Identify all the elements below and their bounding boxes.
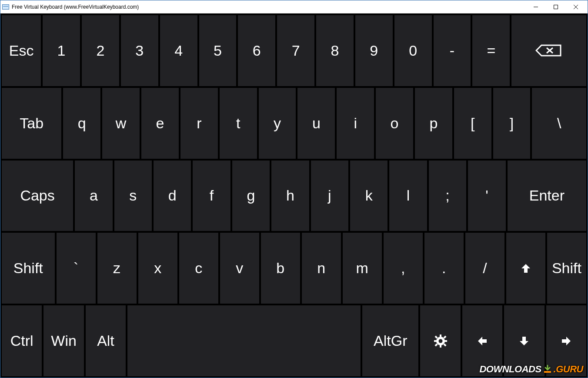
- arrow-up-icon: [520, 262, 532, 274]
- key-5[interactable]: 5: [199, 15, 237, 86]
- key-v[interactable]: v: [220, 233, 259, 304]
- key-j[interactable]: j: [311, 161, 348, 231]
- key-space[interactable]: [127, 305, 361, 376]
- key-k[interactable]: k: [350, 161, 388, 231]
- key-backspace[interactable]: [511, 15, 586, 86]
- key-label: 5: [214, 42, 222, 59]
- key-f[interactable]: f: [193, 161, 230, 231]
- key-w[interactable]: w: [102, 88, 140, 159]
- key-period[interactable]: .: [424, 233, 464, 304]
- titlebar[interactable]: Free Virtual Keyboard (www.FreeVirtualKe…: [0, 0, 588, 13]
- key-shift-left[interactable]: Shift: [2, 233, 55, 304]
- key-p[interactable]: p: [415, 88, 452, 159]
- key-a[interactable]: a: [75, 161, 112, 231]
- key-win[interactable]: Win: [43, 305, 84, 376]
- key-comma[interactable]: ,: [384, 233, 423, 304]
- window-title: Free Virtual Keyboard (www.FreeVirtualKe…: [12, 4, 139, 10]
- key-3[interactable]: 3: [121, 15, 158, 86]
- svg-rect-8: [440, 345, 441, 348]
- key-r[interactable]: r: [180, 88, 218, 159]
- key-label: j: [328, 187, 331, 204]
- key-enter[interactable]: Enter: [508, 161, 586, 231]
- key-label: 0: [409, 42, 417, 59]
- key-label: ,: [401, 260, 405, 277]
- key-backtick[interactable]: `: [57, 233, 96, 304]
- key-l[interactable]: l: [389, 161, 427, 231]
- key-x[interactable]: x: [138, 233, 177, 304]
- key-alt[interactable]: Alt: [86, 305, 126, 376]
- keyboard-row: Esc1234567890-=: [2, 15, 586, 86]
- key-y[interactable]: y: [259, 88, 296, 159]
- key-label: \: [557, 115, 561, 132]
- svg-rect-1: [554, 5, 558, 9]
- minimize-button[interactable]: [526, 0, 546, 13]
- key-0[interactable]: 0: [394, 15, 432, 86]
- key-2[interactable]: 2: [82, 15, 119, 86]
- key-shift-right[interactable]: Shift: [547, 233, 586, 304]
- key-label: Tab: [20, 115, 43, 132]
- arrow-right-icon: [560, 335, 572, 347]
- key-c[interactable]: c: [179, 233, 218, 304]
- key-label: c: [195, 260, 202, 277]
- key-semicolon[interactable]: ;: [429, 161, 466, 231]
- key-rbracket[interactable]: ]: [493, 88, 531, 159]
- key-label: y: [274, 115, 281, 132]
- key-6[interactable]: 6: [238, 15, 275, 86]
- key-label: Enter: [529, 187, 565, 204]
- key-tab[interactable]: Tab: [2, 88, 61, 159]
- keyboard-row: Capsasdfghjkl;'Enter: [2, 161, 586, 231]
- key-label: x: [154, 260, 161, 277]
- key-slash[interactable]: /: [465, 233, 504, 304]
- watermark-left: DOWNLOADS: [479, 364, 541, 375]
- key-label: r: [197, 115, 201, 132]
- key-s[interactable]: s: [114, 161, 152, 231]
- key-i[interactable]: i: [337, 88, 374, 159]
- key-g[interactable]: g: [232, 161, 270, 231]
- key-arrow-up[interactable]: [506, 233, 545, 304]
- key-esc[interactable]: Esc: [2, 15, 41, 86]
- key-4[interactable]: 4: [160, 15, 197, 86]
- key-caps[interactable]: Caps: [2, 161, 73, 231]
- key-label: o: [391, 115, 399, 132]
- backspace-icon: [535, 43, 562, 57]
- key-b[interactable]: b: [261, 233, 300, 304]
- key-n[interactable]: n: [302, 233, 341, 304]
- key-label: p: [429, 115, 438, 132]
- key-9[interactable]: 9: [355, 15, 393, 86]
- close-button[interactable]: [566, 0, 586, 13]
- key-label: /: [483, 260, 487, 277]
- watermark-right: .GURU: [554, 364, 583, 375]
- app-icon: [2, 4, 9, 10]
- key-q[interactable]: q: [63, 88, 100, 159]
- key-7[interactable]: 7: [277, 15, 314, 86]
- key-h[interactable]: h: [271, 161, 309, 231]
- key-label: w: [116, 115, 127, 132]
- key-label: 1: [57, 42, 66, 59]
- gear-icon: [434, 334, 448, 348]
- key-8[interactable]: 8: [316, 15, 354, 86]
- key-label: s: [129, 187, 137, 204]
- key-o[interactable]: o: [376, 88, 413, 159]
- key-z[interactable]: z: [97, 233, 137, 304]
- key-d[interactable]: d: [154, 161, 191, 231]
- key-e[interactable]: e: [141, 88, 179, 159]
- key-settings[interactable]: [420, 305, 460, 376]
- key-1[interactable]: 1: [43, 15, 80, 86]
- key-label: 4: [174, 42, 183, 59]
- key-apostrophe[interactable]: ': [468, 161, 505, 231]
- key-equal[interactable]: =: [472, 15, 510, 86]
- maximize-button[interactable]: [546, 0, 566, 13]
- key-backslash[interactable]: \: [532, 88, 586, 159]
- key-label: b: [276, 260, 284, 277]
- key-label: .: [442, 260, 446, 277]
- key-lbracket[interactable]: [: [454, 88, 491, 159]
- key-t[interactable]: t: [220, 88, 257, 159]
- key-label: q: [78, 115, 86, 132]
- key-u[interactable]: u: [297, 88, 335, 159]
- svg-rect-9: [434, 340, 437, 342]
- key-ctrl[interactable]: Ctrl: [2, 305, 42, 376]
- key-label: Esc: [9, 42, 34, 59]
- key-altgr[interactable]: AltGr: [362, 305, 418, 376]
- key-minus[interactable]: -: [434, 15, 471, 86]
- key-m[interactable]: m: [343, 233, 382, 304]
